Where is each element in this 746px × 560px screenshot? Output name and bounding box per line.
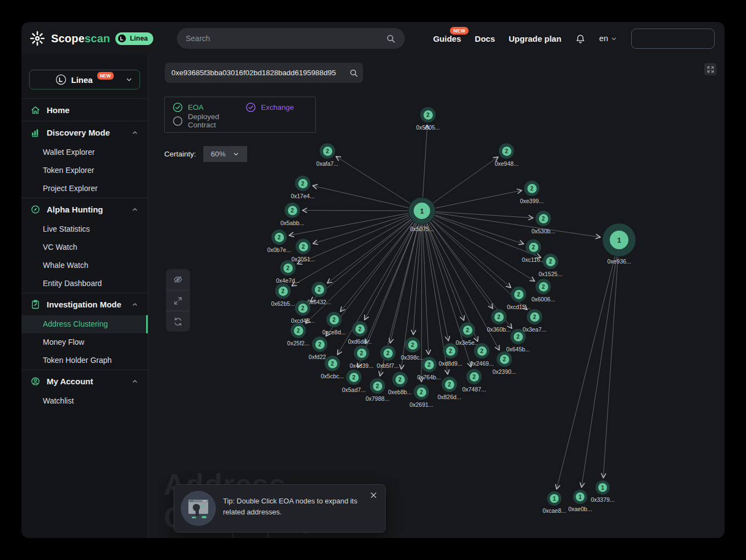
sidebar-section-discovery-mode[interactable]: Discovery Mode (21, 121, 148, 143)
bar-chart-icon (30, 127, 41, 138)
node-circle[interactable]: 1 (573, 490, 587, 504)
node-count-badge: 2 (283, 264, 293, 273)
node-circle[interactable]: 2 (536, 279, 551, 294)
node-circle[interactable]: 2 (295, 176, 310, 191)
node-count-badge: 2 (328, 359, 337, 368)
node-circle[interactable]: 2 (536, 211, 551, 226)
global-search-input[interactable] (186, 34, 386, 43)
node-count-badge: 2 (514, 332, 523, 341)
node-circle[interactable]: 2 (370, 378, 385, 394)
node-address-label: 0x7487... (462, 386, 486, 393)
node-address-label: 0x826d... (437, 394, 461, 400)
node-circle[interactable]: 1 (603, 223, 636, 256)
node-circle[interactable]: 2 (380, 345, 396, 361)
node-circle[interactable]: 2 (311, 282, 327, 297)
sidebar-item-address-clustering[interactable]: Address Clustering (21, 315, 148, 333)
node-address-label: 0x764b... (417, 374, 441, 380)
search-icon[interactable] (349, 68, 359, 78)
node-circle[interactable]: 2 (296, 239, 311, 254)
node-circle[interactable]: 2 (510, 329, 526, 344)
node-circle[interactable]: 2 (285, 203, 300, 218)
node-circle[interactable]: 2 (491, 309, 506, 324)
node-circle[interactable]: 2 (325, 356, 340, 371)
node-address-label: 0x398c... (401, 354, 425, 361)
nav-guides[interactable]: GuidesNEW (433, 34, 461, 43)
sidebar-item-vc-watch[interactable]: VC Watch (21, 238, 148, 256)
hide-labels-button[interactable] (166, 269, 190, 290)
node-circle[interactable]: 2 (280, 260, 296, 276)
node-count-badge: 2 (275, 233, 284, 242)
sidebar-item-token-explorer[interactable]: Token Explorer (21, 161, 148, 180)
tip-card: Tip: Double Click EOA nodes to expand it… (174, 484, 386, 533)
node-circle[interactable]: 2 (460, 322, 475, 338)
node-circle[interactable]: 2 (474, 343, 489, 359)
legend-deployed-contract[interactable]: Deployed Contract (172, 113, 246, 129)
node-address-label: 0x2390... (492, 368, 516, 375)
sidebar-item-wallet-explorer[interactable]: Wallet Explorer (21, 143, 148, 161)
node-circle[interactable]: 2 (392, 372, 408, 387)
node-count-badge: 1 (414, 203, 430, 219)
node-circle[interactable]: 2 (511, 287, 526, 302)
node-circle[interactable]: 2 (443, 343, 458, 359)
node-circle[interactable]: 2 (524, 181, 539, 196)
node-circle[interactable]: 2 (275, 283, 291, 299)
node-circle[interactable]: 1 (409, 198, 435, 224)
sidebar-item-whale-watch[interactable]: Whale Watch (21, 256, 148, 275)
search-icon[interactable] (386, 33, 396, 44)
node-circle[interactable]: 2 (352, 321, 368, 337)
node-circle[interactable]: 2 (527, 309, 542, 324)
sidebar-item-entity-dashboard[interactable]: Entity Dashboard (21, 275, 148, 293)
node-circle[interactable]: 1 (547, 491, 561, 506)
sidebar-item-live-statistics[interactable]: Live Statistics (21, 220, 148, 238)
node-circle[interactable]: 2 (354, 345, 369, 361)
node-circle[interactable]: 2 (526, 239, 541, 255)
nav-docs[interactable]: Docs (475, 34, 495, 43)
linea-logo-icon (118, 34, 126, 43)
node-circle[interactable]: 2 (499, 143, 514, 159)
brand[interactable]: Scopescan Linea (29, 30, 153, 47)
node-count-badge: 2 (502, 147, 511, 156)
node-circle[interactable]: 2 (346, 369, 361, 385)
wallet-connect-button[interactable] (631, 29, 715, 49)
sidebar-item-watchlist[interactable]: Watchlist (21, 392, 148, 410)
node-circle[interactable]: 2 (414, 384, 429, 400)
sidebar-section-investigation-mode[interactable]: Investigation Mode (21, 293, 148, 315)
network-selector[interactable]: Linea NEW (29, 70, 140, 89)
node-circle[interactable]: 2 (326, 312, 342, 327)
sidebar-section-my-account[interactable]: My Account (21, 370, 148, 392)
certainty-select[interactable]: 60% (203, 146, 247, 162)
fit-view-button[interactable] (166, 290, 190, 311)
legend-eoa[interactable]: EOA (172, 102, 246, 113)
node-circle[interactable]: 1 (595, 480, 610, 495)
sidebar-item-project-explorer[interactable]: Project Explorer (21, 180, 148, 198)
node-address-label: 0x5075... (410, 226, 433, 232)
legend-label: Exchange (261, 103, 294, 111)
node-circle[interactable]: 2 (295, 300, 310, 316)
legend-exchange[interactable]: Exchange (246, 102, 294, 113)
sidebar-section-alpha-hunting[interactable]: Alpha Hunting (21, 198, 148, 220)
node-circle[interactable]: 2 (466, 369, 482, 384)
refresh-button[interactable] (166, 311, 190, 332)
node-count-badge: 2 (539, 282, 548, 292)
node-circle[interactable]: 2 (420, 107, 436, 122)
node-circle[interactable]: 2 (271, 229, 287, 245)
node-circle[interactable]: 2 (291, 323, 306, 338)
sidebar-item-money-flow[interactable]: Money Flow (21, 333, 148, 351)
fullscreen-button[interactable] (704, 63, 716, 75)
header: Scopescan Linea GuidesNEWDocsUpgrade pla… (21, 22, 725, 55)
node-circle[interactable]: 2 (312, 337, 327, 352)
node-circle[interactable]: 2 (442, 377, 457, 392)
node-circle[interactable]: 2 (320, 143, 335, 159)
node-circle[interactable]: 2 (405, 337, 420, 352)
graph-canvas[interactable]: Address Clustering 10x5075...10xe936...2… (148, 55, 725, 538)
close-icon[interactable] (370, 491, 377, 499)
sidebar-item-token-holder-graph[interactable]: Token Holder Graph (21, 351, 148, 369)
node-circle[interactable]: 2 (543, 254, 558, 269)
notification-bell-icon[interactable] (575, 33, 586, 44)
sidebar-section-home[interactable]: Home (21, 99, 148, 121)
locale-selector[interactable]: en (599, 34, 617, 43)
nav-upgrade-plan[interactable]: Upgrade plan (509, 34, 561, 43)
node-circle[interactable]: 2 (497, 351, 512, 367)
address-input[interactable] (171, 69, 352, 77)
node-circle[interactable]: 2 (421, 357, 437, 372)
